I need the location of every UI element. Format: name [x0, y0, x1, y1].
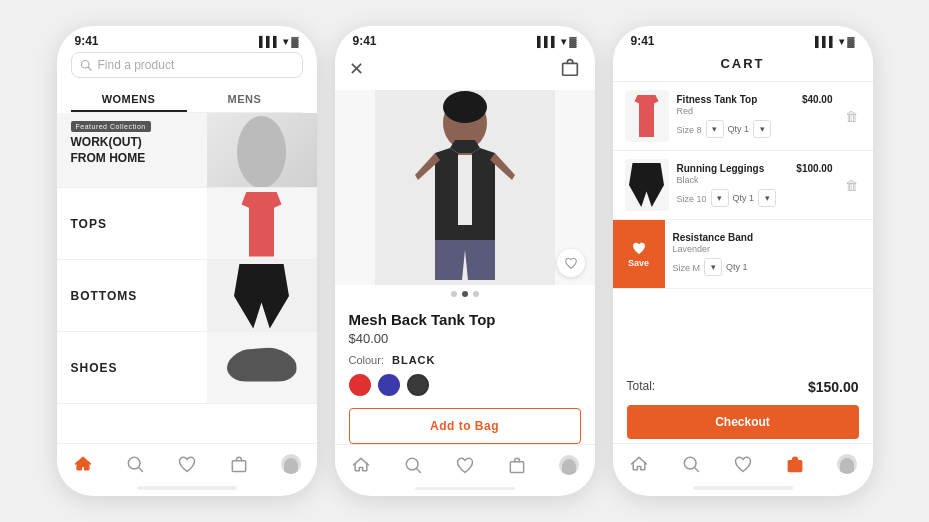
- add-to-bag-button[interactable]: Add to Bag: [349, 408, 581, 444]
- nav-search-detail[interactable]: [395, 453, 431, 477]
- nav-search[interactable]: [117, 452, 153, 476]
- bottom-nav-detail: [335, 444, 595, 487]
- nav-home[interactable]: [65, 452, 101, 476]
- checkout-button[interactable]: Checkout: [627, 405, 859, 439]
- svg-line-1: [88, 67, 91, 70]
- item2-color: Black: [677, 175, 833, 185]
- cart-item-3: Save Resistance Band Lavender Size M ▾ Q…: [613, 220, 873, 289]
- swatch-red[interactable]: [349, 374, 371, 396]
- colour-label: Colour:: [349, 354, 384, 366]
- wifi-icon: ▾: [283, 36, 288, 47]
- item3-controls: Size M ▾ Qty 1: [673, 258, 861, 276]
- category-featured[interactable]: Featured Collection WORK(OUT) FROM HOME: [57, 113, 317, 188]
- item3-color: Lavender: [673, 244, 861, 254]
- category-list: Featured Collection WORK(OUT) FROM HOME …: [57, 113, 317, 443]
- nav-bag-detail[interactable]: [499, 453, 535, 477]
- cart-item-2: Running Leggings $100.00 Black Size 10 ▾…: [613, 151, 873, 220]
- nav-wishlist-detail[interactable]: [447, 453, 483, 477]
- battery-icon-cart: ▓: [847, 36, 854, 47]
- leggings-shape: [629, 163, 664, 207]
- nav-profile-cart[interactable]: [829, 452, 865, 476]
- item3-size: Size M: [673, 263, 701, 273]
- category-bottoms[interactable]: BOTTOMS: [57, 260, 317, 332]
- item2-controls: Size 10 ▾ Qty 1 ▾: [677, 189, 833, 207]
- nav-profile-detail[interactable]: [551, 453, 587, 477]
- item1-size-btn[interactable]: ▾: [706, 120, 724, 138]
- signal-icon: ▌▌▌: [259, 36, 280, 47]
- featured-badge: Featured Collection: [71, 121, 151, 132]
- featured-image: [207, 113, 317, 188]
- tab-womens[interactable]: WOMENS: [71, 86, 187, 112]
- heart-icon: [177, 454, 197, 474]
- status-bar-detail: 9:41 ▌▌▌ ▾ ▓: [335, 26, 595, 52]
- tops-image: [207, 188, 317, 260]
- heart-outline-icon: [564, 256, 578, 270]
- category-shoes[interactable]: SHOES: [57, 332, 317, 404]
- wishlist-button[interactable]: [557, 249, 585, 277]
- nav-home-detail[interactable]: [343, 453, 379, 477]
- svg-line-3: [138, 468, 142, 472]
- cart-item-img-2: [625, 159, 669, 211]
- status-time-cart: 9:41: [631, 34, 655, 48]
- swatch-blue[interactable]: [378, 374, 400, 396]
- search-placeholder: Find a product: [98, 58, 175, 72]
- nav-search-cart[interactable]: [673, 452, 709, 476]
- search-bar[interactable]: Find a product: [71, 52, 303, 78]
- avatar-detail: [559, 455, 579, 475]
- item1-delete-btn[interactable]: 🗑: [843, 107, 861, 125]
- svg-line-11: [416, 469, 420, 473]
- search-nav-icon: [125, 454, 145, 474]
- category-tops[interactable]: TOPS: [57, 188, 317, 260]
- nav-bag-cart[interactable]: [777, 452, 813, 476]
- item3-size-btn[interactable]: ▾: [704, 258, 722, 276]
- svg-rect-15: [788, 461, 801, 472]
- shoes-shape: [227, 347, 297, 382]
- product-image-area: [335, 90, 595, 285]
- colour-row: Colour: BLACK: [349, 354, 581, 366]
- item2-delete-btn[interactable]: 🗑: [843, 176, 861, 194]
- item1-qty-btn[interactable]: ▾: [753, 120, 771, 138]
- home-icon-cart: [629, 454, 649, 474]
- product-info: Mesh Back Tank Top $40.00 Colour: BLACK: [335, 301, 595, 374]
- bottoms-label: BOTTOMS: [57, 289, 138, 303]
- total-amount: $150.00: [808, 379, 859, 395]
- tank-shape: [632, 95, 662, 137]
- cart-items: Fitness Tank Top $40.00 Red Size 8 ▾ Qty…: [613, 82, 873, 369]
- swatch-black[interactable]: [407, 374, 429, 396]
- cart-item-details-2: Running Leggings $100.00 Black Size 10 ▾…: [677, 163, 833, 207]
- save-button[interactable]: Save: [613, 220, 665, 288]
- wifi-icon-detail: ▾: [561, 36, 566, 47]
- detail-screen: 9:41 ▌▌▌ ▾ ▓ ✕: [335, 26, 595, 496]
- item2-qty-btn[interactable]: ▾: [758, 189, 776, 207]
- home-icon-detail: [351, 455, 371, 475]
- item2-size-btn[interactable]: ▾: [711, 189, 729, 207]
- tops-label: TOPS: [57, 217, 107, 231]
- home-indicator-cart: [693, 486, 793, 490]
- shoes-label: SHOES: [57, 361, 118, 375]
- wifi-icon-cart: ▾: [839, 36, 844, 47]
- signal-icon-detail: ▌▌▌: [537, 36, 558, 47]
- total-label: Total:: [627, 379, 656, 395]
- status-icons-main: ▌▌▌ ▾ ▓: [259, 36, 299, 47]
- dot-1: [451, 291, 457, 297]
- status-time-main: 9:41: [75, 34, 99, 48]
- avatar-cart: [837, 454, 857, 474]
- status-icons-cart: ▌▌▌ ▾ ▓: [815, 36, 855, 47]
- nav-bag[interactable]: [221, 452, 257, 476]
- svg-line-14: [694, 468, 698, 472]
- tab-mens[interactable]: MENS: [187, 86, 303, 112]
- nav-profile[interactable]: [273, 452, 309, 476]
- search-icon-cart: [681, 454, 701, 474]
- item1-name: Fitness Tank Top: [677, 94, 758, 105]
- nav-home-cart[interactable]: [621, 452, 657, 476]
- shoes-image: [207, 332, 317, 404]
- dot-2[interactable]: [462, 291, 468, 297]
- home-indicator: [137, 486, 237, 490]
- nav-wishlist[interactable]: [169, 452, 205, 476]
- save-label: Save: [628, 258, 649, 268]
- cart-item-details-3: Resistance Band Lavender Size M ▾ Qty 1: [673, 232, 861, 276]
- bag-icon-detail: [559, 56, 581, 78]
- cart-button[interactable]: [559, 56, 581, 82]
- back-button[interactable]: ✕: [349, 58, 364, 80]
- nav-wishlist-cart[interactable]: [725, 452, 761, 476]
